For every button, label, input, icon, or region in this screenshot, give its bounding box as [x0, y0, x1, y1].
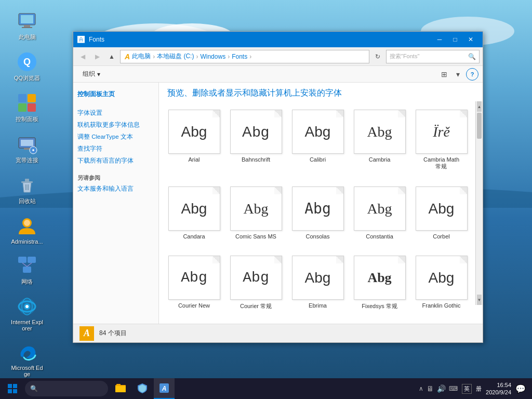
svg-rect-38	[13, 389, 17, 393]
font-name-franklin: Franklin Gothic	[422, 302, 461, 309]
font-item-calibri[interactable]: Abg Calibri	[287, 105, 349, 182]
font-item-cambria[interactable]: Abg Cambria	[349, 105, 410, 182]
find-char-link[interactable]: 查找字符	[77, 144, 154, 154]
font-item-ebrima[interactable]: Abg Ebrima	[287, 251, 349, 322]
font-preview-consolas: Abg	[292, 187, 344, 231]
font-preview-constantia: Abg	[354, 187, 406, 231]
svg-text:Q: Q	[23, 57, 31, 67]
scrollbar[interactable]: ▲ ▼	[475, 101, 483, 305]
font-item-arial[interactable]: Abg Arial	[163, 105, 225, 182]
font-preview-text-consolas: Abg	[304, 200, 331, 217]
taskbar-search[interactable]: 🔍	[25, 381, 108, 396]
desktop-icon-computer[interactable]: 此电脑	[10, 10, 44, 41]
svg-rect-13	[18, 94, 26, 102]
page-title: 预览、删除或者显示和隐藏计算机上安装的字体	[159, 83, 483, 103]
taskbar-app-explorer[interactable]	[110, 378, 131, 399]
font-preview-corbel: Abg	[416, 187, 468, 231]
font-item-franklin[interactable]: Abg Franklin Gothic	[410, 251, 472, 322]
font-name-calibri: Calibri	[310, 156, 326, 163]
download-fonts-link[interactable]: 下载所有语言的字体	[77, 156, 154, 166]
svg-rect-35	[8, 384, 12, 388]
search-box[interactable]: 搜索"Fonts" 🔍	[386, 50, 480, 63]
font-item-fixedsys[interactable]: Abg Fixedsys 常规	[349, 251, 410, 322]
breadcrumb-item-windows[interactable]: Windows	[200, 53, 225, 60]
font-preview-bahnschrift: Abg	[230, 110, 282, 154]
taskbar-app-shield[interactable]	[132, 378, 153, 399]
taskbar-right: 英 册 16:54 2020/9/24 💬	[458, 381, 530, 396]
font-item-cambria-math[interactable]: Ïrě Cambria Math常规	[410, 105, 472, 182]
breadcrumb-item-fonts[interactable]: Fonts	[232, 53, 247, 60]
breadcrumb-icon: A	[125, 52, 130, 61]
start-button[interactable]	[2, 378, 23, 399]
desktop-icon-network2-label: 网络	[21, 278, 33, 286]
close-button[interactable]: ✕	[463, 32, 478, 47]
font-name-ebrima: Ebrima	[309, 302, 327, 309]
font-item-constantia[interactable]: Abg Constantia	[349, 182, 410, 251]
desktop-icon-qq[interactable]: Q QQ浏览器	[10, 51, 44, 82]
desktop-icon-control[interactable]: 控制面板	[10, 92, 44, 123]
desktop-icon-ie-label: Internet Explorer	[10, 319, 44, 331]
notification-icon[interactable]: 💬	[515, 384, 526, 394]
font-item-bahnschrift[interactable]: Abg Bahnschrift	[225, 105, 287, 182]
chevron-up-icon[interactable]: ∧	[419, 385, 423, 392]
window-title-text: Fonts	[89, 36, 429, 43]
font-name-cambria-math: Cambria Math常规	[423, 156, 459, 170]
back-button[interactable]: ◀	[76, 50, 89, 63]
text-services-link[interactable]: 文本服务和输入语言	[77, 184, 154, 194]
taskbar-clock[interactable]: 16:54 2020/9/24	[486, 381, 511, 396]
control-panel-home-link[interactable]: 控制面板主页	[77, 89, 154, 100]
taskbar-network-icon[interactable]: 🖥	[427, 384, 434, 393]
font-item-corbel[interactable]: Abg Corbel	[410, 182, 472, 251]
breadcrumb-item-computer[interactable]: 此电脑	[132, 52, 151, 61]
minimize-button[interactable]: ─	[432, 32, 447, 47]
desktop-icon-edge[interactable]: Microsoft Edge	[10, 342, 44, 377]
view-dropdown-button[interactable]: ▾	[451, 68, 464, 81]
view-list-button[interactable]: ⊞	[438, 68, 450, 81]
cleartype-link[interactable]: 调整 ClearType 文本	[77, 132, 154, 142]
font-settings-link[interactable]: 字体设置	[77, 108, 154, 118]
refresh-button[interactable]: ↻	[371, 50, 384, 63]
maximize-button[interactable]: □	[447, 32, 463, 47]
font-item-courier-new[interactable]: Abg Courier New	[163, 251, 225, 322]
taskbar-keyboard-icon[interactable]: ⌨	[449, 385, 458, 392]
lang2-indicator[interactable]: 册	[476, 385, 482, 393]
taskbar-app-fonts[interactable]: A	[154, 378, 175, 399]
ie-icon	[17, 296, 37, 317]
help-button[interactable]: ?	[466, 68, 478, 81]
get-more-fonts-link[interactable]: 联机获取更多字体信息	[77, 120, 154, 130]
forward-button[interactable]: ▶	[91, 50, 103, 63]
scroll-thumb[interactable]	[477, 113, 482, 139]
desktop-icon-network-label: 宽带连接	[16, 156, 38, 164]
up-button[interactable]: ▲	[105, 50, 118, 63]
time-display: 16:54	[486, 381, 511, 389]
font-preview-text-arial: Abg	[181, 124, 207, 140]
organize-button[interactable]: 组织 ▾	[77, 68, 105, 81]
taskbar-volume-icon[interactable]: 🔊	[437, 384, 446, 393]
font-name-constantia: Constantia	[366, 233, 393, 240]
desktop-icons-container: 此电脑 Q QQ浏览器 控制面板	[10, 10, 44, 377]
font-preview-fixedsys: Abg	[354, 256, 406, 300]
svg-rect-27	[23, 267, 31, 273]
font-preview-candara: Abg	[168, 187, 220, 231]
font-item-courier[interactable]: Abg Courier 常规	[225, 251, 287, 322]
left-panel: 控制面板主页 字体设置 联机获取更多字体信息 调整 ClearType 文本 查…	[73, 83, 159, 324]
font-item-consolas[interactable]: Abg Consolas	[287, 182, 349, 251]
desktop-icon-recycle[interactable]: 回收站	[10, 175, 44, 205]
panel-section-main: 控制面板主页	[77, 89, 154, 100]
desktop-icon-network[interactable]: 宽带连接	[10, 134, 44, 164]
font-preview-text-courier-new: Abg	[181, 270, 207, 286]
font-preview-arial: Abg	[168, 110, 220, 154]
lang-indicator[interactable]: 英	[462, 384, 472, 394]
font-item-comic[interactable]: Abg Comic Sans MS	[225, 182, 287, 251]
desktop-icon-ie[interactable]: Internet Explorer	[10, 296, 44, 331]
svg-rect-8	[21, 15, 33, 23]
font-preview-courier: Abg	[230, 256, 282, 300]
breadcrumb-item-disk[interactable]: 本地磁盘 (C:)	[157, 52, 194, 61]
font-item-candara[interactable]: Abg Candara	[163, 182, 225, 251]
breadcrumb[interactable]: A 此电脑 › 本地磁盘 (C:) › Windows › Fonts ›	[120, 50, 369, 63]
font-name-candara: Candara	[183, 233, 205, 240]
desktop-icon-network2[interactable]: 网络	[10, 255, 44, 286]
font-name-cambria: Cambria	[369, 156, 391, 163]
font-preview-cambria-math: Ïrě	[416, 110, 468, 154]
desktop-icon-admin[interactable]: Administra...	[10, 216, 44, 245]
